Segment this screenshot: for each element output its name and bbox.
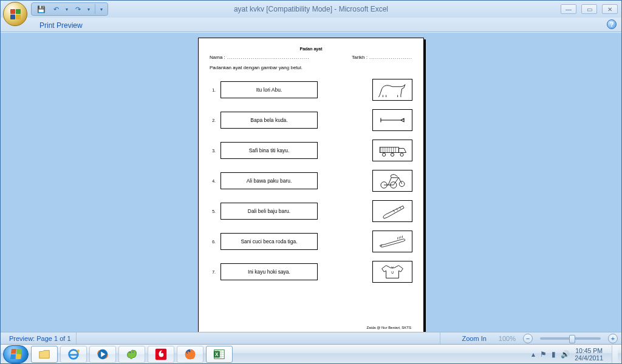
- taskbar-firefox[interactable]: [177, 346, 203, 363]
- firefox-icon: [183, 348, 197, 361]
- vodafone-icon: [154, 348, 168, 361]
- excel-window: 💾 ↶ ▾ ↷ ▾ ▾ ayat kvkv [Compatibility Mod…: [0, 0, 622, 364]
- trishaw-icon: [377, 172, 408, 189]
- help-icon[interactable]: ?: [607, 19, 617, 29]
- status-bar: Preview: Page 1 of 1 Zoom In 100% − +: [1, 332, 621, 344]
- tray-date: 24/4/2011: [575, 354, 603, 362]
- picture-toothbrush: [372, 231, 412, 252]
- show-desktop-button[interactable]: [612, 345, 618, 363]
- tray-clock[interactable]: 10:45 PM 24/4/2011: [575, 347, 603, 362]
- taskbar-excel[interactable]: X: [206, 346, 233, 363]
- zoom-out-button[interactable]: −: [523, 334, 533, 343]
- redo-dropdown-icon[interactable]: ▾: [87, 7, 90, 12]
- app-name: Microsoft Excel: [339, 5, 388, 13]
- qat-separator: [95, 4, 95, 14]
- system-tray: ▴ ⚑ ▮ 🔊 10:45 PM 24/4/2011: [531, 345, 619, 363]
- picture-nail: [372, 109, 412, 131]
- taskbar-vodafone[interactable]: [148, 346, 174, 363]
- start-button[interactable]: [3, 345, 29, 363]
- svg-point-13: [132, 351, 134, 352]
- shirt-icon: U: [377, 263, 408, 280]
- tarikh-label: Tarikh :: [352, 55, 367, 60]
- zoom-in-plus-button[interactable]: +: [608, 334, 618, 343]
- list-item: 3. Safi bina titi kayu.: [210, 140, 412, 161]
- worksheet-rows: 1. Itu lori Abu. 2. Bapa bela kuda.: [210, 79, 412, 283]
- worksheet-page: Padan ayat Nama : ......................…: [198, 38, 424, 332]
- picture-horse: [372, 79, 412, 101]
- zoom-slider[interactable]: [540, 337, 601, 340]
- sentence-box: Itu lori Abu.: [220, 81, 318, 98]
- ie-icon: [67, 348, 80, 361]
- list-item: 6. Sani cuci beca roda tiga.: [210, 231, 412, 252]
- document-name: ayat kvkv [Compatibility Mode]: [234, 5, 332, 13]
- zoom-percent: 100%: [495, 335, 519, 342]
- svg-point-2: [391, 153, 394, 156]
- picture-hockey-stick: [372, 200, 412, 222]
- nail-icon: [377, 112, 408, 129]
- sentence-box: Sani cuci beca roda tiga.: [220, 233, 318, 250]
- minimize-button[interactable]: —: [561, 4, 576, 14]
- maximize-button[interactable]: ▭: [581, 4, 597, 14]
- close-button[interactable]: ✕: [602, 4, 618, 14]
- sentence-box: Ali bawa paku baru.: [220, 172, 318, 189]
- undo-icon[interactable]: ↶: [51, 4, 61, 14]
- svg-point-12: [129, 352, 131, 353]
- zoom-in-button[interactable]: Zoom In: [457, 335, 491, 342]
- taskbar: X ▴ ⚑ ▮ 🔊 10:45 PM 24/4/2011: [1, 344, 621, 363]
- explorer-icon: [38, 348, 51, 361]
- worksheet-title: Padan ayat: [210, 47, 412, 51]
- toothbrush-icon: [377, 233, 408, 250]
- list-item: 7. Ini kayu hoki saya. U: [210, 261, 412, 283]
- svg-point-3: [400, 153, 403, 156]
- list-item: 1. Itu lori Abu.: [210, 79, 412, 101]
- svg-point-7: [381, 245, 382, 246]
- tray-network-icon[interactable]: ▮: [552, 350, 556, 359]
- nama-label: Nama :: [210, 55, 225, 60]
- svg-text:X: X: [215, 351, 219, 357]
- print-preview-area[interactable]: Padan ayat Nama : ......................…: [1, 32, 621, 332]
- quick-access-toolbar: 💾 ↶ ▾ ↷ ▾ ▾: [31, 2, 108, 16]
- sentence-box: Bapa bela kuda.: [220, 112, 318, 129]
- taskbar-msn[interactable]: [118, 346, 145, 363]
- tray-chevron-icon[interactable]: ▴: [531, 350, 535, 359]
- ribbon: Print Preview ?: [1, 18, 621, 32]
- taskbar-ie[interactable]: [60, 346, 87, 363]
- tab-print-preview[interactable]: Print Preview: [33, 19, 89, 32]
- sentence-box: Safi bina titi kayu.: [220, 142, 318, 159]
- msn-icon: [125, 348, 138, 361]
- save-icon[interactable]: 💾: [36, 4, 46, 14]
- picture-trishaw: [372, 170, 412, 192]
- worksheet-instruction: Padankan ayat dengan gambar yang betul.: [210, 65, 412, 70]
- list-item: 2. Bapa bela kuda.: [210, 109, 412, 131]
- sentence-box: Ini kayu hoki saya.: [220, 263, 318, 280]
- office-button[interactable]: [3, 2, 27, 26]
- svg-point-1: [383, 153, 386, 156]
- redo-icon[interactable]: ↷: [73, 4, 83, 14]
- excel-icon: X: [213, 348, 226, 361]
- title-bar: 💾 ↶ ▾ ↷ ▾ ▾ ayat kvkv [Compatibility Mod…: [1, 1, 621, 18]
- worksheet-credit: Zaida @ Nur Bestari, SKTS: [367, 326, 411, 329]
- tray-time: 10:45 PM: [575, 347, 603, 354]
- picture-lorry: [372, 140, 412, 161]
- undo-dropdown-icon[interactable]: ▾: [66, 7, 68, 12]
- svg-text:U: U: [391, 271, 394, 274]
- hockey-stick-icon: [377, 203, 408, 220]
- list-item: 4. Ali bawa paku baru.: [210, 170, 412, 192]
- wmp-icon: [96, 348, 109, 361]
- tray-action-center-icon[interactable]: ⚑: [540, 350, 547, 359]
- list-item: 5. Dali beli baju baru.: [210, 200, 412, 222]
- status-preview: Preview: Page 1 of 1: [4, 332, 77, 344]
- taskbar-wmp[interactable]: [89, 346, 116, 363]
- qat-customize-icon[interactable]: ▾: [100, 7, 103, 12]
- sentence-box: Dali beli baju baru.: [220, 203, 318, 220]
- taskbar-explorer[interactable]: [31, 346, 58, 363]
- tray-volume-icon[interactable]: 🔊: [561, 350, 570, 359]
- worksheet-header: Nama : .................................…: [210, 55, 412, 60]
- lorry-icon: [377, 142, 408, 159]
- picture-shirt: U: [372, 261, 412, 283]
- horse-icon: [377, 81, 408, 98]
